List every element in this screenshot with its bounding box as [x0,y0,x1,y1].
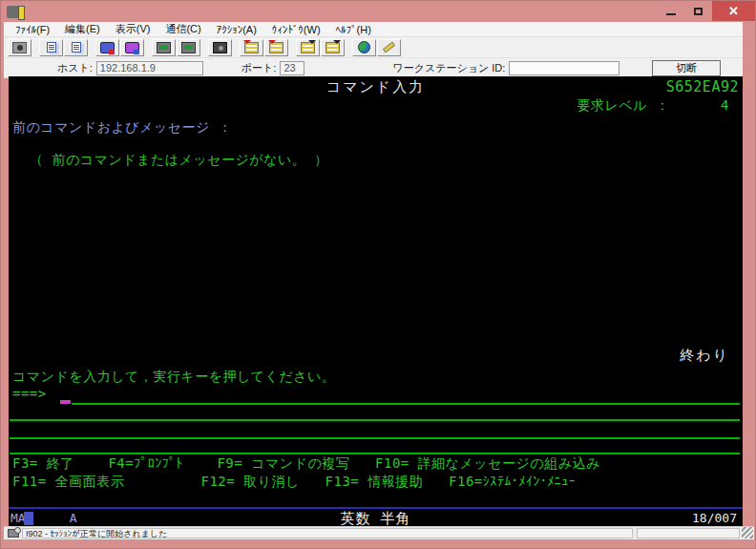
titlebar[interactable]: ✕ [1,1,755,22]
disconnect-button[interactable]: 切断 [652,60,721,76]
connection-bar: ホスト: ポート: ワークステーション ID: 切断 [4,58,743,78]
menu-window[interactable]: ｳｨﾝﾄﾞｳ(W) [264,23,328,36]
display-session-button[interactable] [152,39,176,56]
command-prompt-message: コマンドを入力して，実行キーを押してください。 [12,369,335,384]
display-setup-icon [181,42,196,53]
display-session-icon [157,42,171,53]
window-chrome: ﾌｧｲﾙ(F) 編集(E) 表示(V) 通信(C) ｱｸｼｮﾝ(A) ｳｨﾝﾄﾞ… [4,22,743,78]
screen-title: コマンド入力 [9,79,743,95]
pen-icon [383,42,395,53]
function-keys-row-2: F11= 全画面表示 F12= 取り消し F13= 情報援助 F16=ｼｽﾃﾑ･… [12,474,576,489]
menu-communication[interactable]: 通信(C) [158,21,208,37]
screen-capture-icon [213,42,227,53]
pen-button[interactable] [377,39,401,56]
new-session-button[interactable] [8,39,32,56]
screen-capture-button[interactable] [208,39,232,56]
resize-grip-icon[interactable] [742,527,753,538]
end-marker: 終わり [680,348,729,363]
text-cursor [60,400,71,404]
record-macro-icon [244,42,259,53]
receive-file-button[interactable] [120,39,144,56]
app-icon [7,6,21,18]
statusbar: I902 - ｾｯｼｮﾝが正常に開始されました [4,526,754,539]
minimize-icon[interactable] [657,1,684,21]
menu-edit[interactable]: 編集(E) [57,21,108,37]
copy-icon [47,42,56,53]
session-status-icon [8,529,19,538]
workstation-id-label: ワークステーション ID: [392,61,505,75]
toolbar [4,37,743,58]
copy-button[interactable] [39,39,63,56]
no-previous-message: （ 前のコマンドまたはメッセージがない。 ） [30,152,328,167]
menu-actions[interactable]: ｱｸｼｮﾝ(A) [209,23,264,36]
command-input-line-2[interactable] [10,419,740,421]
web-browser-button[interactable] [352,39,376,56]
menu-view[interactable]: 表示(V) [108,21,158,37]
menu-help[interactable]: ﾍﾙﾌﾟ(H) [328,23,379,36]
command-input-line-3[interactable] [10,437,740,439]
status-message: I902 - ｾｯｼｮﾝが正常に開始されました [22,528,633,538]
oia-cursor-position: 18/007 [692,511,737,525]
receive-file-icon [125,42,139,53]
terminal-screen[interactable]: コマンド入力 S652EA92 要求レベル ： 4 前のコマンドおよびメッセージ… [9,76,743,507]
keyboard-map-icon [326,42,340,53]
host-label: ホスト: [57,61,93,75]
menu-file[interactable]: ﾌｧｲﾙ(F) [8,23,57,36]
close-icon[interactable]: ✕ [712,1,755,21]
function-keys-row-1: F3= 終了 F4=ﾌﾟﾛﾝﾌﾟﾄ F9= コマンドの複写 F10= 詳細なメッ… [12,455,600,471]
display-setup-button[interactable] [177,39,200,56]
menubar: ﾌｧｲﾙ(F) 編集(E) 表示(V) 通信(C) ｱｸｼｮﾝ(A) ｳｨﾝﾄﾞ… [4,22,743,37]
web-browser-icon [358,41,370,53]
emulator-window: ✕ ﾌｧｲﾙ(F) 編集(E) 表示(V) 通信(C) ｱｸｼｮﾝ(A) ｳｨﾝ… [0,0,756,549]
status-panel-secondary [637,528,740,538]
port-input[interactable] [280,61,304,75]
maximize-icon[interactable] [684,1,712,21]
host-input[interactable] [96,61,203,75]
command-input-line-1[interactable] [72,403,740,405]
command-input-prompt: ===> [12,386,47,401]
previous-commands-label: 前のコマンドおよびメッセージ ： [12,119,232,135]
system-id: S652EA92 [666,79,739,95]
stop-macro-icon [269,42,284,53]
request-level: 要求レベル ： 4 [578,97,729,113]
stop-macro-button[interactable] [264,39,288,56]
new-session-icon [12,42,27,53]
play-macro-icon [301,42,315,53]
port-label: ポート: [242,61,277,75]
operator-information-area: MA A 英数 半角 18/007 [9,507,743,526]
send-file-button[interactable] [95,39,119,56]
paste-button[interactable] [64,39,88,56]
command-input-line-4[interactable] [10,453,740,454]
send-file-icon [100,42,115,53]
paste-icon [72,42,81,53]
workstation-id-input[interactable] [509,61,620,75]
keyboard-map-button[interactable] [321,39,345,56]
record-macro-button[interactable] [240,39,263,56]
play-macro-button[interactable] [296,39,320,56]
